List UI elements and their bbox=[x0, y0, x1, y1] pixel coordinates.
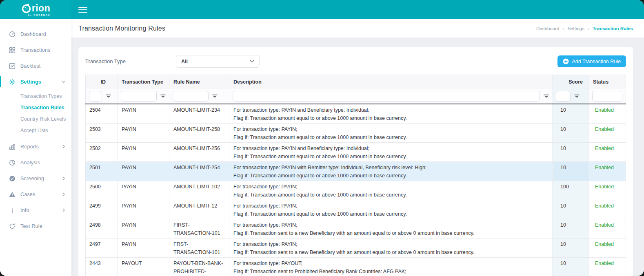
bar-chart-icon bbox=[9, 143, 16, 150]
table-row[interactable]: 2500 PAYIN AMOUNT-LIMIT-102 For transact… bbox=[86, 181, 626, 200]
sidebar-item-country-risk-levels[interactable]: Country Risk Levels bbox=[0, 113, 71, 125]
description-line-2: Flag if: Transaction amount equal to or … bbox=[233, 172, 548, 180]
cell-id: 2500 bbox=[86, 181, 118, 200]
sidebar-item-transactions[interactable]: Transactions bbox=[0, 42, 71, 58]
cell-transaction-type: PAYIN bbox=[118, 238, 169, 258]
status-badge: Enabled bbox=[589, 124, 626, 143]
column-header-description[interactable]: Description bbox=[229, 75, 553, 89]
table-body: 2504 PAYIN AMOUNT-LIMIT-234 For transact… bbox=[86, 104, 626, 276]
filter-icon[interactable] bbox=[106, 94, 111, 99]
table-row[interactable]: 2504 PAYIN AMOUNT-LIMIT-234 For transact… bbox=[86, 104, 626, 124]
sidebar-item-reports[interactable]: Reports bbox=[0, 139, 71, 155]
gear-icon bbox=[9, 78, 16, 85]
description-line-2: Flag if: Transaction sent to Prohibited … bbox=[233, 267, 548, 276]
score-filter-input[interactable] bbox=[556, 91, 571, 102]
cell-score: 10 bbox=[553, 258, 589, 276]
rules-table: ID Transaction Type Rule Name Descriptio… bbox=[85, 75, 626, 276]
transaction-type-filter-input[interactable] bbox=[121, 91, 157, 102]
table-row[interactable]: 2498 PAYIN FIRST-TRANSACTION-101 For tra… bbox=[86, 219, 626, 238]
menu-toggle-icon[interactable] bbox=[78, 5, 87, 14]
cell-transaction-type: PAYIN bbox=[118, 200, 169, 219]
cell-transaction-type: PAYOUT bbox=[118, 258, 169, 276]
cell-description: For transaction type: PAYIN and Benefici… bbox=[229, 143, 553, 162]
table-row[interactable]: 2502 PAYIN AMOUNT-LIMIT-256 For transact… bbox=[86, 143, 626, 162]
filter-icon[interactable] bbox=[544, 94, 549, 99]
brand-logo[interactable]: rion by CODENAX bbox=[0, 0, 71, 19]
sidebar-item-backtest[interactable]: Backtest bbox=[0, 58, 71, 74]
column-header-rule-name[interactable]: Rule Name bbox=[169, 75, 229, 89]
column-header-transaction-type[interactable]: Transaction Type bbox=[118, 75, 169, 89]
filter-icon[interactable] bbox=[160, 94, 166, 99]
breadcrumb-current: Transaction Rules bbox=[593, 26, 633, 31]
sidebar-item-test-rule[interactable]: Test Rule bbox=[0, 218, 71, 234]
rule-name-filter-input[interactable] bbox=[173, 91, 209, 102]
description-line-1: For transaction type: PAYIN; bbox=[233, 221, 548, 229]
description-line-2: Flag if: Transaction amount equal to or … bbox=[233, 152, 548, 161]
chart-square-icon bbox=[9, 62, 16, 69]
info-icon bbox=[9, 207, 16, 214]
cell-transaction-type: PAYIN bbox=[118, 162, 169, 181]
transaction-type-select[interactable]: All bbox=[176, 55, 260, 68]
cell-description: For transaction type: PAYIN and Benefici… bbox=[229, 104, 553, 124]
sidebar-item-settings[interactable]: Settings bbox=[0, 74, 71, 90]
content: Transaction Type All Add Transaction Rul… bbox=[71, 38, 644, 276]
status-badge: Enabled bbox=[589, 238, 626, 258]
cell-score: 10 bbox=[553, 162, 589, 181]
cell-rule-name: FIRST-TRANSACTION-101 bbox=[169, 219, 229, 238]
cell-id: 2499 bbox=[86, 200, 118, 219]
table-row[interactable]: 2497 PAYIN FRST-TRANSACTION-101 For tran… bbox=[86, 238, 626, 258]
cell-description: For transaction type: PAYIN; Flag if: Tr… bbox=[229, 181, 553, 200]
sidebar-item-dashboard[interactable]: Dashboard bbox=[0, 26, 71, 42]
dashboard-icon bbox=[9, 31, 16, 38]
table-row[interactable]: 2503 PAYIN AMOUNT-LIMIT-258 For transact… bbox=[86, 124, 626, 143]
table-row[interactable]: 2499 PAYIN AMOUNT-LIMIT-12 For transacti… bbox=[86, 200, 626, 219]
description-line-1: For transaction type: PAYIN; bbox=[233, 183, 548, 191]
status-filter-input[interactable] bbox=[592, 91, 622, 102]
column-header-score[interactable]: Score bbox=[553, 75, 589, 89]
sidebar-item-transaction-types[interactable]: Transaction Types bbox=[0, 91, 71, 102]
add-transaction-rule-button[interactable]: Add Transaction Rule bbox=[557, 55, 626, 67]
breadcrumb-settings[interactable]: Settings bbox=[567, 26, 584, 31]
cell-id: 2497 bbox=[86, 238, 118, 258]
sidebar: Dashboard Transactions Backtest Settings bbox=[0, 19, 71, 276]
app-window: rion by CODENAX Dashboard Transactions B… bbox=[0, 0, 644, 276]
id-filter-input[interactable] bbox=[89, 91, 102, 102]
table-row[interactable]: 2501 PAYIN AMOUNT-LIMIT-254 For transact… bbox=[86, 162, 626, 181]
cell-rule-name: AMOUNT-LIMIT-12 bbox=[169, 200, 229, 219]
status-badge: Enabled bbox=[589, 219, 626, 238]
toolbar: Transaction Type All Add Transaction Rul… bbox=[85, 55, 626, 68]
sidebar-item-info[interactable]: Info bbox=[0, 202, 71, 218]
filter-icon[interactable] bbox=[574, 94, 580, 99]
grid-icon bbox=[9, 46, 16, 53]
sidebar-item-cases[interactable]: Cases bbox=[0, 186, 71, 202]
filter-icon[interactable] bbox=[212, 94, 218, 99]
description-line-1: For transaction type: PAYOUT; bbox=[233, 259, 548, 267]
sidebar-item-transaction-rules[interactable]: Transaction Rules bbox=[0, 102, 71, 113]
cell-id: 2502 bbox=[86, 143, 118, 162]
description-line-1: For transaction type: PAYIN; bbox=[233, 125, 548, 133]
sidebar-item-accept-lists[interactable]: Accept Lists bbox=[0, 125, 71, 136]
cell-transaction-type: PAYIN bbox=[118, 181, 169, 200]
description-line-1: For transaction type: PAYIN and Benefici… bbox=[233, 144, 548, 152]
transaction-type-label: Transaction Type bbox=[85, 58, 176, 64]
cell-rule-name: AMOUNT-LIMIT-102 bbox=[169, 181, 229, 200]
page-header: Transaction Monitoring Rules Dashboard ›… bbox=[71, 19, 644, 38]
column-header-status[interactable]: Status bbox=[589, 75, 626, 89]
cell-transaction-type: PAYIN bbox=[118, 219, 169, 238]
cell-rule-name: AMOUNT-LIMIT-254 bbox=[169, 162, 229, 181]
sidebar-item-analysis[interactable]: Analysis bbox=[0, 155, 71, 170]
status-badge: Enabled bbox=[589, 104, 626, 124]
table-row[interactable]: 2443 PAYOUT PAYOUT-BEN-BANK-PROHIBITED- … bbox=[86, 258, 626, 276]
chevron-right-icon bbox=[62, 145, 66, 148]
settings-submenu: Transaction Types Transaction Rules Coun… bbox=[0, 90, 71, 139]
cell-id: 2504 bbox=[86, 104, 118, 124]
cell-rule-name: AMOUNT-LIMIT-234 bbox=[169, 104, 229, 124]
column-header-id[interactable]: ID bbox=[86, 75, 118, 89]
breadcrumb-dashboard[interactable]: Dashboard bbox=[536, 26, 559, 31]
brand-name: rion bbox=[32, 4, 50, 13]
description-filter-input[interactable] bbox=[233, 91, 540, 102]
topbar: rion by CODENAX bbox=[0, 0, 644, 19]
cell-description: For transaction type: PAYIN; Flag if: Tr… bbox=[229, 219, 553, 238]
pie-chart-icon bbox=[9, 159, 16, 166]
sidebar-item-screening[interactable]: Screening bbox=[0, 170, 71, 186]
